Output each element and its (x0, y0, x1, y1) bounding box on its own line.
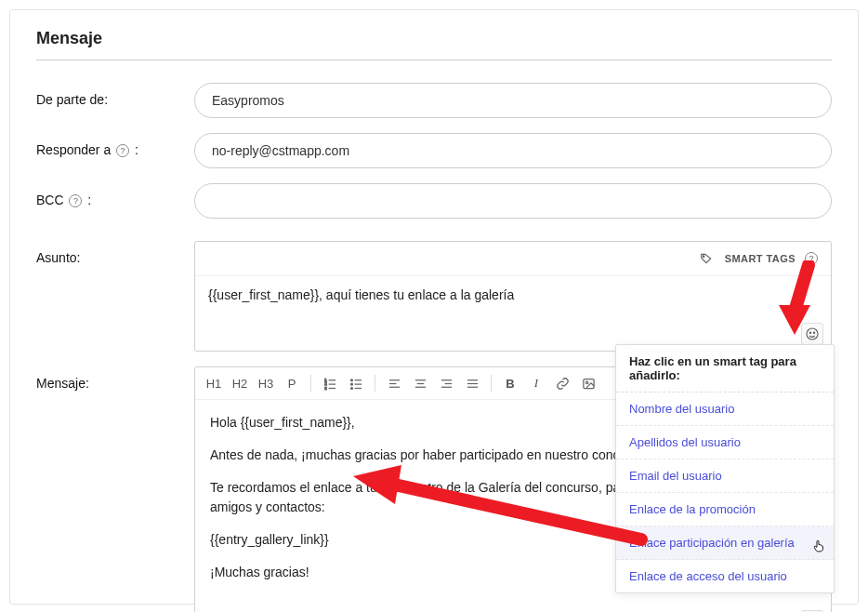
italic-button[interactable]: I (527, 373, 546, 393)
colon: : (135, 142, 138, 157)
p-button[interactable]: P (283, 373, 301, 393)
help-icon[interactable]: ? (116, 144, 129, 157)
label-bcc-text: BCC (36, 193, 64, 207)
smart-tags-button[interactable]: SMART TAGS (725, 253, 796, 264)
colon: : (87, 193, 91, 207)
row-bcc: BCC ? : (36, 183, 832, 219)
row-from: De parte de: (36, 83, 832, 118)
popover-title: Haz clic en un smart tag para añadirlo: (616, 345, 834, 392)
svg-point-1 (807, 328, 818, 339)
smart-tag-item[interactable]: Enlace de la promoción (616, 493, 834, 526)
subject-input[interactable] (195, 276, 831, 319)
panel-title: Mensaje (36, 29, 832, 48)
help-icon[interactable]: ? (69, 194, 82, 207)
align-justify-button[interactable] (463, 373, 481, 393)
svg-point-0 (703, 256, 704, 258)
link-button[interactable] (553, 373, 572, 393)
svg-point-12 (350, 383, 352, 385)
unordered-list-button[interactable] (347, 373, 365, 393)
smart-tag-item[interactable]: Email del usuario (616, 459, 834, 493)
h1-button[interactable]: H1 (204, 373, 223, 393)
svg-text:3: 3 (324, 385, 327, 390)
label-reply-to-text: Responder a (36, 142, 111, 157)
svg-point-3 (813, 332, 814, 333)
subject-editor-header: SMART TAGS ? (195, 242, 831, 276)
svg-point-29 (585, 381, 588, 384)
align-right-button[interactable] (437, 373, 455, 393)
emoji-button[interactable] (801, 323, 823, 345)
align-center-button[interactable] (411, 373, 429, 393)
label-subject: Asunto: (36, 241, 194, 265)
reply-to-input[interactable] (194, 133, 832, 168)
smart-tag-item[interactable]: Nombre del usuario (616, 392, 834, 426)
row-subject: Asunto: SMART TAGS ? (36, 241, 832, 352)
align-left-button[interactable] (385, 373, 403, 393)
smart-tag-item-highlighted[interactable]: Enlace participación en galería (616, 526, 834, 560)
help-icon[interactable]: ? (805, 252, 818, 265)
title-divider (36, 60, 832, 60)
smart-tag-item[interactable]: Enlace de acceso del usuario (616, 560, 834, 592)
toolbar-separator (310, 375, 311, 392)
label-from: De parte de: (36, 83, 194, 107)
label-reply-to: Responder a ? : (36, 133, 194, 157)
cursor-hand-icon (811, 538, 826, 557)
from-input[interactable] (194, 83, 832, 118)
svg-point-14 (350, 387, 352, 389)
svg-point-2 (809, 332, 810, 333)
smart-tag-item-label: Enlace participación en galería (629, 536, 795, 550)
toolbar-separator (491, 375, 492, 392)
image-button[interactable] (579, 373, 598, 393)
h2-button[interactable]: H2 (230, 373, 249, 393)
smart-tags-popover: Haz clic en un smart tag para añadirlo: … (615, 344, 835, 593)
bcc-input[interactable] (194, 183, 832, 219)
smart-tag-item[interactable]: Apellidos del usuario (616, 426, 834, 459)
tag-icon[interactable] (695, 247, 717, 270)
svg-point-10 (350, 379, 352, 380)
label-message: Mensaje: (36, 366, 194, 391)
h3-button[interactable]: H3 (256, 373, 275, 393)
toolbar-separator (375, 375, 375, 392)
bold-button[interactable]: B (501, 373, 519, 393)
ordered-list-button[interactable]: 123 (321, 373, 339, 393)
row-reply-to: Responder a ? : (36, 133, 832, 168)
label-bcc: BCC ? : (36, 183, 194, 207)
subject-editor: SMART TAGS ? (194, 241, 832, 352)
